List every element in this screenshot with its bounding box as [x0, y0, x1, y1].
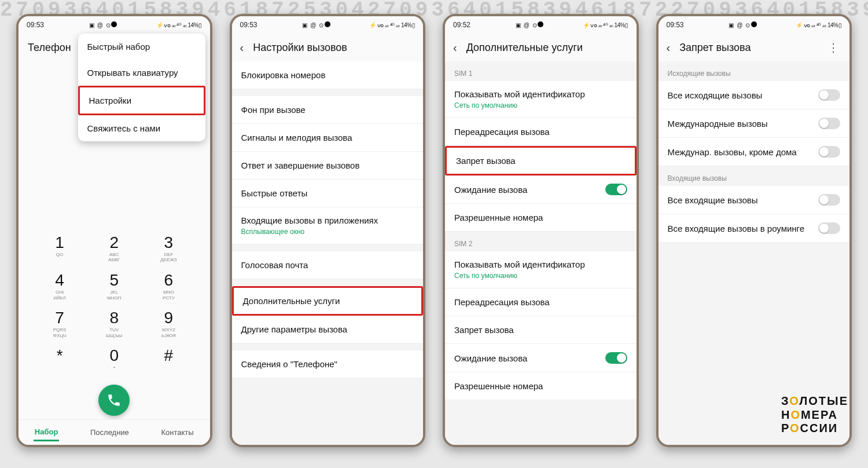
- status-time: 09:52: [453, 21, 470, 29]
- phone-3-supplementary-services: 09:52 ▣ @ ⊙ ⚡ ᴠᴏ ₐₗₗ ⁴ᴳ ₐₗₗ 14%▯ ‹ Допол…: [443, 14, 639, 447]
- toggle-switch[interactable]: [818, 222, 840, 234]
- barring-row[interactable]: Междунар. вызовы, кроме дома: [659, 138, 850, 166]
- brand-logo: ЗОЛОТЫЕ НОМЕРА РОССИИ: [781, 394, 848, 436]
- row-label: Сигналы и мелодия вызова: [241, 133, 352, 142]
- bottom-tabs: Набор Последние Контакты: [19, 419, 210, 445]
- services-list: SIM 1Показывать мой идентификаторСеть по…: [445, 61, 637, 445]
- settings-row[interactable]: Голосовая почта: [232, 251, 424, 279]
- service-row[interactable]: Запрет вызова: [445, 316, 637, 344]
- row-label: Голосовая почта: [241, 260, 308, 270]
- settings-row[interactable]: Сведения о "Телефоне": [232, 350, 424, 378]
- app-bar: ‹ Запрет вызова ⋮: [659, 34, 850, 61]
- service-row[interactable]: Ожидание вызова: [445, 344, 637, 372]
- tab-recent[interactable]: Последние: [89, 425, 130, 440]
- front-camera-hole: [325, 21, 330, 27]
- tab-contacts[interactable]: Контакты: [160, 425, 195, 440]
- row-label: Фон при вызове: [241, 105, 306, 115]
- status-left-icons: ▣ @ ⊙: [516, 22, 538, 28]
- call-button[interactable]: [98, 385, 130, 416]
- settings-row[interactable]: Другие параметры вызова: [232, 316, 424, 343]
- toggle-switch[interactable]: [818, 146, 840, 158]
- status-left-icons: ▣ @ ⊙: [729, 22, 751, 28]
- row-label: Все входящие вызовы в роуминге: [668, 224, 805, 233]
- row-label: Международные вызовы: [668, 119, 768, 129]
- toggle-switch[interactable]: [818, 194, 840, 206]
- dialpad-key-6[interactable]: 6MNO РСТУ: [141, 272, 196, 301]
- dialpad-key-9[interactable]: 9WXYZ ЬЭЮЯ: [141, 310, 196, 338]
- row-label: Все исходящие вызовы: [668, 90, 763, 100]
- back-icon[interactable]: ‹: [453, 41, 457, 54]
- dialpad-key-1[interactable]: 1QO: [32, 235, 87, 263]
- settings-row[interactable]: Ответ и завершение вызовов: [232, 152, 424, 180]
- dialpad-key-0[interactable]: 0+: [87, 348, 141, 371]
- menu-contact-us[interactable]: Свяжитесь с нами: [78, 115, 205, 141]
- toggle-switch[interactable]: [818, 89, 840, 101]
- status-time: 09:53: [240, 21, 258, 29]
- row-label: Междунар. вызовы, кроме дома: [668, 147, 797, 157]
- row-label: Быстрые ответы: [241, 188, 308, 198]
- phone-4-call-barring: 09:53 ▣ @ ⊙ ⚡ ᴠᴏ ₐₗₗ ⁴ᴳ ₐₗₗ 14%▯ ‹ Запре…: [656, 14, 852, 447]
- toggle-switch[interactable]: [605, 184, 627, 195]
- row-label: Запрет вызова: [454, 325, 514, 335]
- service-row[interactable]: Разрешенные номера: [445, 372, 637, 400]
- section-header: SIM 1: [445, 61, 637, 81]
- phone-1-dialer: 09:53 ▣ @ ⊙ ⚡ ᴠᴏ ₐₗₗ ⁴ᴳ ₐₗₗ 14%▯ Телефон…: [16, 14, 212, 447]
- page-title: Дополнительные услуги: [466, 42, 628, 54]
- status-right: ⚡ ᴠᴏ ₐₗₗ ⁴ᴳ ₐₗₗ 14%▯: [369, 22, 415, 28]
- dialpad-key-5[interactable]: 5JKL МНОП: [87, 272, 141, 301]
- service-row[interactable]: Переадресация вызова: [445, 288, 637, 316]
- menu-settings[interactable]: Настройки: [78, 86, 205, 115]
- page-title: Настройки вызовов: [253, 42, 415, 54]
- service-row[interactable]: Запрет вызова: [445, 146, 637, 176]
- dialpad-key-4[interactable]: 4GHI ИЙКЛ: [32, 272, 87, 301]
- settings-row[interactable]: Входящие вызовы в приложенияхВсплывающее…: [232, 207, 424, 244]
- barring-row[interactable]: Все входящие вызовы в роуминге: [659, 214, 850, 243]
- barring-row[interactable]: Международные вызовы: [659, 109, 850, 138]
- status-time: 09:53: [667, 21, 684, 29]
- app-bar: ‹ Дополнительные услуги: [445, 34, 637, 61]
- barring-list: Исходящие вызовыВсе исходящие вызовыМежд…: [659, 61, 850, 445]
- status-bar: 09:53 ▣ @ ⊙ ⚡ ᴠᴏ ₐₗₗ ⁴ᴳ ₐₗₗ 14%▯: [659, 16, 850, 34]
- front-camera-hole: [751, 21, 757, 27]
- toggle-switch[interactable]: [605, 352, 627, 364]
- settings-row[interactable]: Дополнительные услуги: [232, 286, 424, 316]
- dialpad-key-7[interactable]: 7PQRS ФХЦЧ: [32, 310, 87, 338]
- service-row[interactable]: Показывать мой идентификаторСеть по умол…: [445, 251, 637, 288]
- toggle-switch[interactable]: [818, 118, 840, 129]
- status-right: ⚡ ᴠᴏ ₐₗₗ ⁴ᴳ ₐₗₗ 14%▯: [583, 22, 628, 28]
- settings-row[interactable]: Фон при вызове: [232, 96, 424, 124]
- service-row[interactable]: Показывать мой идентификаторСеть по умол…: [445, 81, 637, 118]
- barring-row[interactable]: Все исходящие вызовы: [659, 81, 850, 109]
- menu-open-keyboard[interactable]: Открывать клавиатуру: [78, 60, 205, 86]
- row-label: Все входящие вызовы: [668, 195, 758, 205]
- status-bar: 09:53 ▣ @ ⊙ ⚡ ᴠᴏ ₐₗₗ ⁴ᴳ ₐₗₗ 14%▯: [19, 16, 210, 34]
- service-row[interactable]: Ожидание вызова: [445, 176, 637, 204]
- barring-row[interactable]: Все входящие вызовы: [659, 186, 850, 214]
- settings-list: Блокировка номеровФон при вызовеСигналы …: [232, 61, 424, 445]
- dialpad-key-#[interactable]: #: [141, 348, 196, 371]
- row-label: Сведения о "Телефоне": [241, 359, 337, 369]
- more-vert-icon[interactable]: ⋮: [827, 41, 841, 54]
- service-row[interactable]: Разрешенные номера: [445, 204, 637, 232]
- status-right: ⚡ ᴠᴏ ₐₗₗ ⁴ᴳ ₐₗₗ 14%▯: [796, 22, 841, 28]
- status-bar: 09:53 ▣ @ ⊙ ⚡ ᴠᴏ ₐₗₗ ⁴ᴳ ₐₗₗ 14%▯: [232, 16, 424, 34]
- status-left-icons: ▣ @ ⊙: [89, 22, 111, 28]
- dialpad-key-3[interactable]: 3DEF ДЕЁЖЗ: [141, 235, 196, 263]
- back-icon[interactable]: ‹: [667, 41, 671, 54]
- settings-row[interactable]: Сигналы и мелодия вызова: [232, 124, 424, 152]
- menu-speed-dial[interactable]: Быстрый набор: [78, 34, 205, 60]
- row-label: Разрешенные номера: [454, 213, 543, 222]
- service-row[interactable]: Переадресация вызова: [445, 118, 637, 146]
- tab-dial[interactable]: Набор: [34, 424, 60, 441]
- dialpad-key-*[interactable]: *: [32, 348, 87, 371]
- back-icon[interactable]: ‹: [240, 41, 244, 54]
- dialpad-key-2[interactable]: 2ABC АБВГ: [87, 235, 141, 263]
- row-sublabel: Всплывающее окно: [241, 228, 378, 236]
- row-sublabel: Сеть по умолчанию: [454, 101, 585, 109]
- settings-row[interactable]: Блокировка номеров: [232, 61, 424, 89]
- settings-row[interactable]: Быстрые ответы: [232, 180, 424, 207]
- dialpad-key-8[interactable]: 8TUV ШЩЪЫ: [87, 310, 141, 338]
- status-left-icons: ▣ @ ⊙: [302, 22, 324, 28]
- overflow-menu: Быстрый набор Открывать клавиатуру Настр…: [78, 34, 205, 141]
- row-label: Запрет вызова: [456, 156, 516, 166]
